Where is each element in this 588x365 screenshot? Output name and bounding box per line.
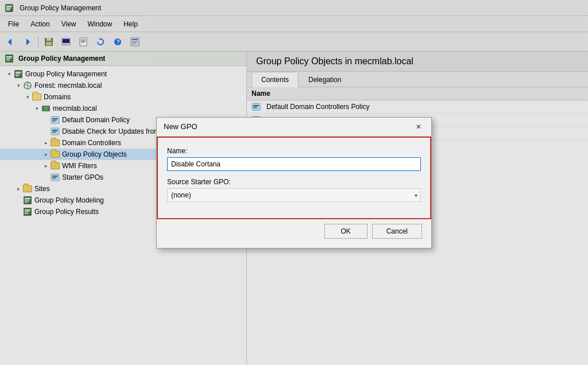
source-select-container: (none) ▾ xyxy=(167,188,421,202)
dialog-footer: OK Cancel xyxy=(157,219,431,248)
name-field: Name: xyxy=(167,147,421,171)
source-field: Source Starter GPO: (none) ▾ xyxy=(167,178,421,202)
name-label: Name: xyxy=(167,147,421,155)
dialog-title: New GPO xyxy=(164,122,198,131)
new-gpo-dialog: New GPO ✕ Name: Source Starter GPO: (non… xyxy=(156,117,432,248)
dialog-body: Name: Source Starter GPO: (none) ▾ xyxy=(157,137,431,219)
ok-button[interactable]: OK xyxy=(324,224,368,239)
dialog-titlebar: New GPO ✕ xyxy=(157,118,431,137)
dialog-close-button[interactable]: ✕ xyxy=(413,121,424,133)
modal-overlay: New GPO ✕ Name: Source Starter GPO: (non… xyxy=(0,0,588,365)
source-label: Source Starter GPO: xyxy=(167,178,421,186)
source-select[interactable]: (none) xyxy=(167,188,421,202)
cancel-button[interactable]: Cancel xyxy=(372,224,422,239)
name-input[interactable] xyxy=(167,157,421,171)
